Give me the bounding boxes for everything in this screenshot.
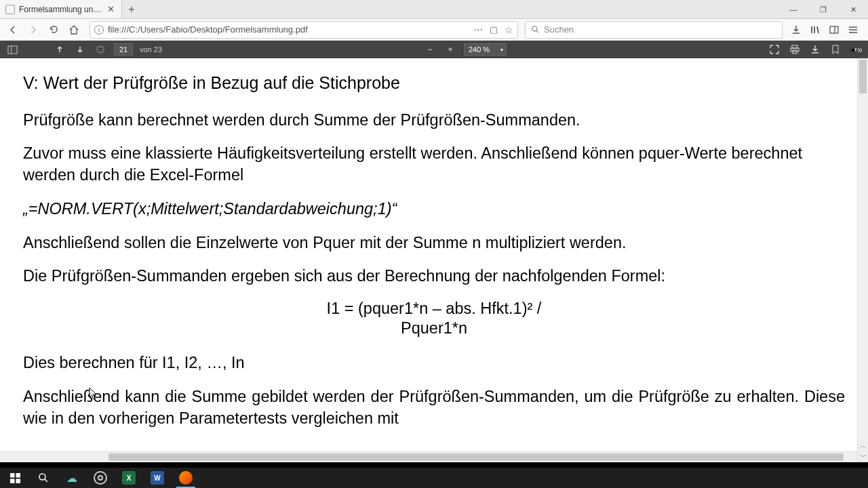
svg-line-1 [536,30,538,33]
pdf-viewport[interactable]: V: Wert der Prüfgröße in Bezug auf die S… [0,58,868,462]
paragraph: Anschließend sollen die Einzelwerte von … [23,232,845,254]
pdf-page-content: V: Wert der Prüfgröße in Bezug auf die S… [0,58,868,429]
toggle-sidebar-button[interactable] [5,43,19,56]
horizontal-scrollbar[interactable] [0,451,857,462]
sidebar-icon[interactable] [829,24,840,35]
scroll-down-icon[interactable]: ﹀ [858,451,868,462]
presentation-mode-button[interactable] [768,43,781,56]
formula-line-2: Pquer1*n [23,319,845,338]
taskbar-app-obs[interactable] [87,468,114,488]
paragraph: Dies berechnen für I1, I2, …, In [23,352,845,374]
paragraph: Die Prüfgrößen-Summanden ergeben sich au… [23,266,845,287]
page-number-input[interactable] [114,43,133,56]
tab-bar: Formelsammlung und Hilfsmittel S… ✕ + — … [0,0,868,19]
maximize-button[interactable]: ❐ [808,0,838,19]
svg-rect-14 [792,45,797,48]
menu-icon[interactable] [848,24,859,35]
svg-rect-17 [10,473,15,478]
taskbar: ☁ X W [0,468,868,488]
tab-title: Formelsammlung und Hilfsmittel S… [19,5,102,14]
vertical-scrollbar[interactable]: ︿ ﹀ [857,58,868,462]
zoom-out-button[interactable]: − [423,43,437,56]
bookmark-button[interactable] [829,43,842,56]
toolbar-icons [785,24,864,35]
excel-icon: X [122,471,136,485]
home-button[interactable] [65,21,83,39]
svg-line-10 [98,47,99,48]
taskbar-app-firefox[interactable] [172,468,199,488]
address-bar: i file:///C:/Users/Fabio/Desktop/Formels… [0,19,868,41]
taskbar-search-button[interactable] [30,468,57,488]
forward-button[interactable] [24,21,42,39]
chevron-down-icon: ▾ [500,47,503,53]
scroll-thumb[interactable] [859,60,867,94]
download-pdf-button[interactable] [808,43,822,56]
svg-line-12 [98,52,99,53]
pdf-favicon [5,5,15,14]
zoom-in-button[interactable]: + [443,43,457,56]
back-button[interactable] [4,21,22,39]
reload-button[interactable] [45,21,62,39]
new-tab-button[interactable]: + [122,0,141,18]
start-button[interactable] [1,468,28,488]
formula-line-1: I1 = (pquer1*n – abs. Hfkt.1)² / [23,300,845,318]
svg-rect-20 [16,479,20,483]
page-count-label: von 23 [140,45,162,54]
window-controls: — ❐ ✕ [778,0,868,18]
paragraph: Prüfgröße kann berechnet werden durch Su… [23,110,845,131]
zoom-select[interactable]: 240 % ▾ [464,43,507,56]
url-text: file:///C:/Users/Fabio/Desktop/Formelsam… [108,24,469,35]
firefox-icon [179,471,193,485]
cloud-icon: ☁ [66,472,77,485]
reader-mode-icon[interactable]: ▢ [490,24,498,35]
svg-line-13 [102,47,104,48]
close-tab-icon[interactable]: ✕ [106,4,116,14]
heading: V: Wert der Prüfgröße in Bezug auf die S… [23,72,845,95]
obs-icon [94,471,107,485]
formula-excel: „=NORM.VERT(x;Mittelwert;Standardabweich… [23,199,845,220]
taskbar-app-weather[interactable]: ☁ [58,468,85,488]
svg-line-22 [45,479,47,482]
hscroll-thumb[interactable] [108,453,844,461]
browser-tab[interactable]: Formelsammlung und Hilfsmittel S… ✕ [0,0,122,18]
svg-rect-4 [7,45,16,53]
svg-point-0 [532,26,537,31]
paragraph: Anschließend kann die Summe gebildet wer… [23,386,845,429]
window-border [0,462,868,468]
search-box[interactable]: Suchen [525,21,783,39]
page-actions-icon[interactable]: ⋯ [473,24,483,35]
pdf-toolbar: von 23 − + 240 % ▾ » [0,41,868,58]
svg-rect-18 [16,473,20,478]
page-down-button[interactable] [73,43,87,56]
library-icon[interactable] [810,24,821,35]
scroll-up-icon[interactable]: ︿ [858,441,868,451]
url-box[interactable]: i file:///C:/Users/Fabio/Desktop/Formels… [90,21,518,39]
taskbar-app-excel[interactable]: X [115,468,142,488]
paragraph: Zuvor muss eine klassierte Häufigkeitsve… [23,143,845,186]
svg-line-11 [102,52,104,53]
svg-point-21 [39,474,45,480]
close-window-button[interactable]: ✕ [838,0,868,19]
page-up-button[interactable] [53,43,66,56]
downloads-icon[interactable] [791,24,802,35]
svg-rect-2 [830,26,838,33]
tools-button[interactable]: » [849,43,863,56]
search-icon [531,25,540,34]
svg-rect-19 [10,479,15,483]
taskbar-app-word[interactable]: W [144,468,171,488]
loading-icon [94,43,107,56]
search-placeholder: Suchen [544,24,574,35]
word-icon: W [151,471,164,485]
minimize-button[interactable]: — [778,0,808,19]
print-button[interactable] [788,43,802,56]
site-info-icon[interactable]: i [94,25,104,35]
bookmark-star-icon[interactable]: ☆ [505,24,513,35]
